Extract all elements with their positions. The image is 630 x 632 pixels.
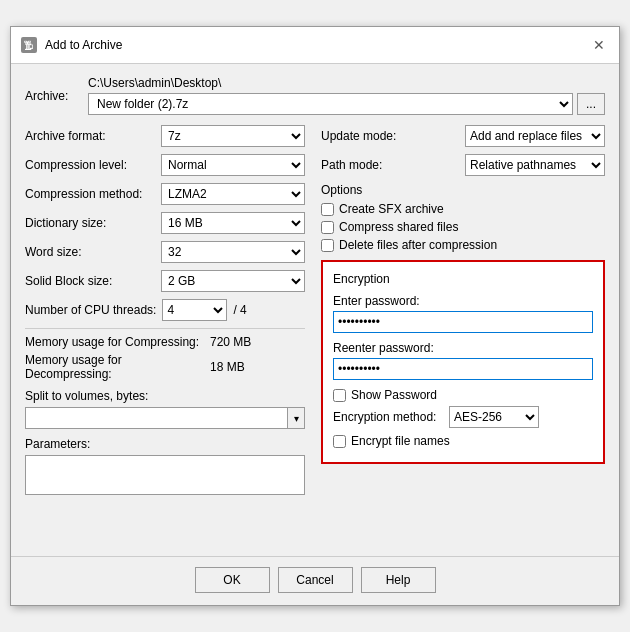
path-mode-row: Path mode: Relative pathnames <box>321 154 605 176</box>
archive-format-select[interactable]: 7z <box>161 125 305 147</box>
memory-compress-label: Memory usage for Compressing: <box>25 335 210 349</box>
split-dropdown-button[interactable]: ▾ <box>287 407 305 429</box>
compression-level-select[interactable]: Normal <box>161 154 305 176</box>
left-column: Archive format: 7z Compression level: No… <box>25 125 305 498</box>
memory-decompress-row: Memory usage for Decompressing: 18 MB <box>25 353 305 381</box>
compression-method-row: Compression method: LZMA2 <box>25 183 305 205</box>
memory-section: Memory usage for Compressing: 720 MB Mem… <box>25 335 305 381</box>
delete-files-checkbox[interactable] <box>321 239 334 252</box>
encryption-title: Encryption <box>333 272 593 286</box>
divider <box>25 328 305 329</box>
dictionary-size-row: Dictionary size: 16 MB <box>25 212 305 234</box>
archive-row: Archive: C:\Users\admin\Desktop\ New fol… <box>25 76 605 115</box>
dialog-title: Add to Archive <box>45 38 122 52</box>
archive-path: C:\Users\admin\Desktop\ <box>88 76 605 90</box>
solid-block-select[interactable]: 2 GB <box>161 270 305 292</box>
archive-path-wrap: C:\Users\admin\Desktop\ New folder (2).7… <box>88 76 605 115</box>
encryption-box: Encryption Enter password: Reenter passw… <box>321 260 605 464</box>
ok-button[interactable]: OK <box>195 567 270 593</box>
compression-level-label: Compression level: <box>25 158 155 172</box>
params-section: Parameters: <box>25 437 305 498</box>
memory-compress-row: Memory usage for Compressing: 720 MB <box>25 335 305 349</box>
compress-shared-label[interactable]: Compress shared files <box>339 220 458 234</box>
params-input[interactable] <box>25 455 305 495</box>
encrypt-filenames-row: Encrypt file names <box>333 434 593 448</box>
dialog-content: Archive: C:\Users\admin\Desktop\ New fol… <box>11 64 619 556</box>
split-select-wrap: ▾ <box>25 407 305 429</box>
delete-files-label[interactable]: Delete files after compression <box>339 238 497 252</box>
path-mode-label: Path mode: <box>321 158 459 172</box>
dictionary-size-label: Dictionary size: <box>25 216 155 230</box>
params-label: Parameters: <box>25 437 305 451</box>
close-button[interactable]: ✕ <box>589 35 609 55</box>
options-title: Options <box>321 183 605 197</box>
word-size-row: Word size: 32 <box>25 241 305 263</box>
create-sfx-checkbox[interactable] <box>321 203 334 216</box>
path-mode-select[interactable]: Relative pathnames <box>465 154 605 176</box>
memory-decompress-value: 18 MB <box>210 360 245 374</box>
memory-decompress-label: Memory usage for Decompressing: <box>25 353 210 381</box>
update-mode-row: Update mode: Add and replace files <box>321 125 605 147</box>
dictionary-size-select[interactable]: 16 MB <box>161 212 305 234</box>
cpu-threads-label: Number of CPU threads: <box>25 303 156 317</box>
right-column: Update mode: Add and replace files Path … <box>321 125 605 498</box>
update-mode-select[interactable]: Add and replace files <box>465 125 605 147</box>
encryption-method-row: Encryption method: AES-256 <box>333 406 593 428</box>
encryption-method-select[interactable]: AES-256 <box>449 406 539 428</box>
reenter-password-label: Reenter password: <box>333 341 593 355</box>
split-input[interactable] <box>25 407 287 429</box>
cpu-threads-max: / 4 <box>233 303 246 317</box>
archive-label: Archive: <box>25 89 80 103</box>
archive-format-row: Archive format: 7z <box>25 125 305 147</box>
cpu-threads-select[interactable]: 4 <box>162 299 227 321</box>
title-bar-left: 🗜 Add to Archive <box>21 37 122 53</box>
create-sfx-label[interactable]: Create SFX archive <box>339 202 444 216</box>
show-password-checkbox[interactable] <box>333 389 346 402</box>
cpu-threads-row: Number of CPU threads: 4 / 4 <box>25 299 305 321</box>
compress-shared-checkbox[interactable] <box>321 221 334 234</box>
add-to-archive-dialog: 🗜 Add to Archive ✕ Archive: C:\Users\adm… <box>10 26 620 606</box>
title-bar: 🗜 Add to Archive ✕ <box>11 27 619 64</box>
archive-format-label: Archive format: <box>25 129 155 143</box>
options-group: Options Create SFX archive Compress shar… <box>321 183 605 252</box>
browse-button[interactable]: ... <box>577 93 605 115</box>
word-size-select[interactable]: 32 <box>161 241 305 263</box>
solid-block-label: Solid Block size: <box>25 274 155 288</box>
memory-compress-value: 720 MB <box>210 335 251 349</box>
reenter-password-input[interactable] <box>333 358 593 380</box>
cancel-button[interactable]: Cancel <box>278 567 353 593</box>
encrypt-filenames-label[interactable]: Encrypt file names <box>351 434 450 448</box>
archive-icon: 🗜 <box>21 37 37 53</box>
compression-level-row: Compression level: Normal <box>25 154 305 176</box>
split-section: Split to volumes, bytes: ▾ <box>25 389 305 429</box>
archive-filename-select[interactable]: New folder (2).7z <box>88 93 573 115</box>
enter-password-input[interactable] <box>333 311 593 333</box>
solid-block-row: Solid Block size: 2 GB <box>25 270 305 292</box>
update-mode-label: Update mode: <box>321 129 459 143</box>
compression-method-select[interactable]: LZMA2 <box>161 183 305 205</box>
create-sfx-row: Create SFX archive <box>321 202 605 216</box>
enter-password-label: Enter password: <box>333 294 593 308</box>
word-size-label: Word size: <box>25 245 155 259</box>
split-label: Split to volumes, bytes: <box>25 389 305 403</box>
show-password-row: Show Password <box>333 388 593 402</box>
show-password-label[interactable]: Show Password <box>351 388 437 402</box>
delete-files-row: Delete files after compression <box>321 238 605 252</box>
archive-input-row: New folder (2).7z ... <box>88 93 605 115</box>
dialog-footer: OK Cancel Help <box>11 556 619 605</box>
two-col-layout: Archive format: 7z Compression level: No… <box>25 125 605 498</box>
encrypt-filenames-checkbox[interactable] <box>333 435 346 448</box>
help-button[interactable]: Help <box>361 567 436 593</box>
compress-shared-row: Compress shared files <box>321 220 605 234</box>
compression-method-label: Compression method: <box>25 187 155 201</box>
encryption-method-label: Encryption method: <box>333 410 443 424</box>
